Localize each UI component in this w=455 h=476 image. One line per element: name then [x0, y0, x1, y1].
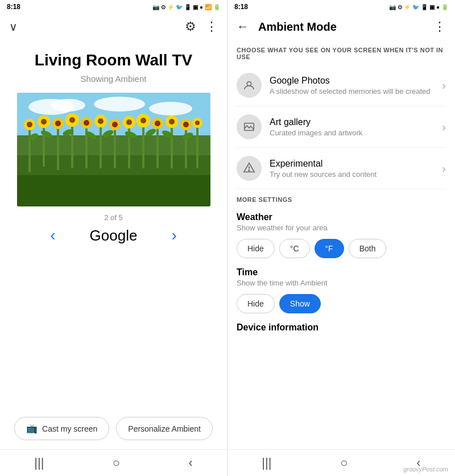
sunflower-svg [17, 93, 210, 206]
art-gallery-icon [237, 114, 262, 139]
svg-point-32 [98, 118, 104, 124]
svg-point-22 [27, 122, 32, 127]
svg-rect-13 [100, 123, 102, 168]
art-gallery-option[interactable]: Art gallery Curated images and artwork › [237, 106, 446, 148]
google-photos-icon [237, 73, 262, 98]
left-content: Living Room Wall TV Showing Ambient [0, 40, 227, 408]
weather-both-button[interactable]: Both [349, 239, 387, 258]
nav-row: ‹ Google › [50, 226, 177, 245]
experimental-icon [237, 156, 262, 181]
right-recents-icon[interactable]: ||| [262, 456, 271, 470]
svg-rect-20 [196, 125, 198, 168]
back-button[interactable]: ← [237, 19, 249, 34]
showing-ambient-label: Showing Ambient [81, 74, 147, 84]
left-status-bar: 8:18 📷 ⊙ ⚡ 🐦 📱 ▣ ● 📶 🔋 [0, 0, 227, 14]
left-status-time: 8:18 [7, 3, 20, 11]
time-hide-button[interactable]: Hide [237, 294, 275, 313]
svg-point-58 [249, 170, 250, 171]
time-subtitle: Show the time with Ambient [237, 279, 446, 287]
art-gallery-chevron: › [442, 121, 446, 134]
device-title: Living Room Wall TV [35, 51, 192, 69]
right-status-bar: 8:18 📷 ⊙ ⚡ 🐦 📱 ▣ ● 🔋 [228, 0, 455, 14]
weather-btn-group: Hide °C °F Both [237, 239, 446, 258]
google-photos-title: Google Photos [270, 76, 442, 86]
page-indicator: 2 of 5 [104, 213, 123, 222]
google-photos-chevron: › [442, 79, 446, 92]
svg-point-46 [195, 121, 200, 125]
svg-point-56 [247, 82, 251, 86]
svg-rect-18 [171, 124, 173, 168]
time-title: Time [237, 267, 446, 278]
right-panel: 8:18 📷 ⊙ ⚡ 🐦 📱 ▣ ● 🔋 ← Ambient Mode ⋮ CH… [228, 0, 455, 476]
experimental-text: Experimental Try out new sources and con… [270, 159, 442, 179]
google-photos-text: Google Photos A slideshow of selected me… [270, 76, 442, 96]
left-status-icons: 📷 ⊙ ⚡ 🐦 📱 ▣ ● 📶 🔋 [152, 4, 220, 10]
svg-point-42 [169, 119, 175, 125]
cast-icon: 📺 [26, 423, 38, 434]
weather-celsius-button[interactable]: °C [279, 239, 310, 258]
svg-rect-19 [185, 127, 187, 168]
time-setting: Time Show the time with Ambient Hide Sho… [237, 267, 446, 313]
right-home-icon[interactable]: ○ [340, 456, 348, 470]
time-btn-group: Hide Show [237, 294, 446, 313]
weather-setting: Weather Show weather for your area Hide … [237, 212, 446, 258]
left-toolbar: ∨ ⚙ ⋮ [0, 14, 227, 40]
left-back-icon[interactable]: ‹ [188, 456, 192, 470]
left-panel: 8:18 📷 ⊙ ⚡ 🐦 📱 ▣ ● 📶 🔋 ∨ ⚙ ⋮ Living Room… [0, 0, 228, 476]
svg-point-30 [84, 120, 89, 126]
experimental-option[interactable]: Experimental Try out new sources and con… [237, 148, 446, 189]
cast-screen-button[interactable]: 📺 Cast my screen [14, 417, 109, 440]
next-button[interactable]: › [171, 226, 176, 245]
chevron-down-icon[interactable]: ∨ [9, 20, 18, 34]
svg-point-36 [126, 119, 132, 125]
left-recents-icon[interactable]: ||| [34, 456, 44, 470]
svg-rect-11 [71, 122, 73, 168]
more-options-icon[interactable]: ⋮ [205, 19, 218, 34]
svg-point-34 [112, 122, 118, 127]
watermark: groovyPost.com [403, 466, 448, 473]
svg-point-2 [51, 99, 85, 111]
weather-fahrenheit-button[interactable]: °F [315, 239, 344, 258]
svg-point-38 [140, 118, 146, 123]
svg-rect-15 [128, 125, 130, 168]
ambient-mode-title: Ambient Mode [258, 20, 424, 34]
google-photos-subtitle: A slideshow of selected memories will be… [270, 87, 442, 96]
right-content: CHOOSE WHAT YOU SEE ON YOUR SCREEN WHEN … [228, 40, 455, 449]
settings-icon[interactable]: ⚙ [185, 19, 196, 34]
weather-title: Weather [237, 212, 446, 222]
svg-rect-9 [43, 124, 45, 167]
svg-point-24 [41, 119, 47, 125]
art-gallery-text: Art gallery Curated images and artwork [270, 117, 442, 137]
choose-section-label: CHOOSE WHAT YOU SEE ON YOUR SCREEN WHEN … [237, 47, 446, 60]
ambient-preview-image [17, 93, 210, 206]
right-status-time: 8:18 [234, 3, 248, 11]
svg-point-4 [149, 102, 192, 115]
device-info-title: Device information [237, 322, 446, 333]
svg-point-26 [55, 121, 61, 126]
left-nav-bar: ||| ○ ‹ [0, 449, 227, 476]
svg-rect-17 [156, 126, 159, 168]
personalize-ambient-button[interactable]: Personalize Ambient [116, 417, 213, 440]
svg-rect-14 [114, 127, 116, 168]
right-more-icon[interactable]: ⋮ [433, 19, 446, 34]
svg-point-44 [183, 122, 189, 127]
prev-button[interactable]: ‹ [50, 226, 55, 245]
personalize-label: Personalize Ambient [128, 424, 201, 433]
left-bottom-actions: 📺 Cast my screen Personalize Ambient [0, 408, 227, 449]
cast-screen-label: Cast my screen [42, 424, 97, 433]
svg-rect-10 [57, 126, 59, 170]
media-title: Google [90, 227, 138, 245]
svg-rect-8 [28, 127, 31, 172]
right-toolbar: ← Ambient Mode ⋮ [228, 14, 455, 40]
weather-hide-button[interactable]: Hide [237, 239, 275, 258]
device-info-block: Device information [237, 322, 446, 333]
time-show-button[interactable]: Show [279, 294, 321, 313]
svg-rect-16 [142, 123, 144, 168]
google-photos-option[interactable]: Google Photos A slideshow of selected me… [237, 65, 446, 106]
left-home-icon[interactable]: ○ [113, 456, 120, 470]
art-gallery-title: Art gallery [270, 117, 442, 127]
toolbar-right-icons: ⚙ ⋮ [185, 19, 218, 34]
experimental-chevron: › [442, 162, 446, 175]
experimental-subtitle: Try out new sources and content [270, 170, 442, 179]
right-status-icons: 📷 ⊙ ⚡ 🐦 📱 ▣ ● 🔋 [389, 4, 448, 10]
